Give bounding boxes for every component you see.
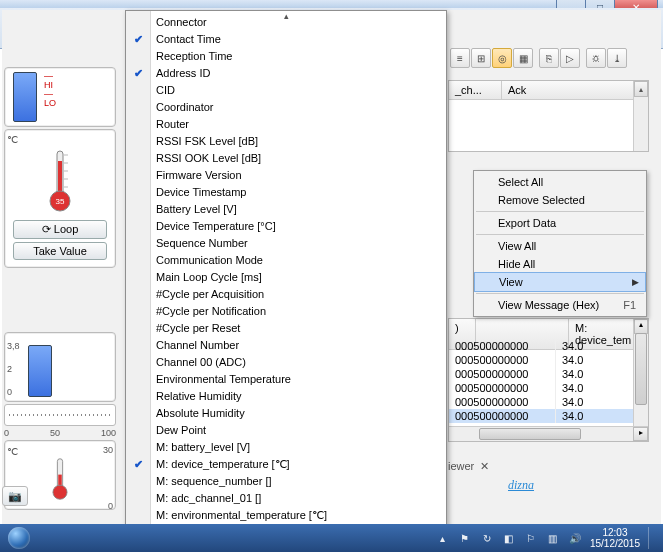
column-toggle-item[interactable]: ✔Address ID [126, 65, 446, 82]
item-label: Battery Level [V] [156, 203, 237, 215]
svg-text:35: 35 [56, 197, 65, 206]
item-label: Firmware Version [156, 169, 242, 181]
tray-network-icon[interactable]: ▥ [546, 531, 560, 545]
column-toggle-item[interactable]: #Cycle per Notification [126, 303, 446, 320]
context-menu: Select All Remove Selected Export Data V… [473, 170, 647, 317]
scrollbar-v[interactable]: ▴ [633, 319, 648, 427]
ctx-view-all[interactable]: View All [474, 237, 646, 255]
cell-temp: 34.0 [556, 395, 634, 409]
scroll-thumb[interactable] [635, 333, 647, 405]
tray-flag-icon[interactable]: ⚐ [524, 531, 538, 545]
camera-button[interactable]: 📷 [2, 486, 28, 506]
item-label: RSSI OOK Level [dB] [156, 152, 261, 164]
start-button[interactable] [0, 524, 38, 552]
viewer-tab[interactable]: iewer ✕ [448, 460, 489, 473]
tank-fill-2 [28, 345, 52, 397]
slider[interactable] [4, 404, 116, 426]
item-label: M: battery_level [V] [156, 441, 250, 453]
ctx-view-hex[interactable]: View Message (Hex)F1 [474, 296, 646, 314]
scroll-up-icon[interactable]: ▴ [634, 81, 648, 97]
column-toggle-item[interactable]: Relative Humidity [126, 388, 446, 405]
tool-copy-icon[interactable]: ⎘ [539, 48, 559, 68]
tray-volume-icon[interactable]: 🔊 [568, 531, 582, 545]
ctx-export[interactable]: Export Data [474, 214, 646, 232]
bar-gauge: 3,820 [4, 332, 116, 402]
loop-button[interactable]: ⟳ Loop [13, 220, 108, 239]
column-toggle-item[interactable]: Connector [126, 14, 446, 31]
table-row[interactable]: 00050000000034.0 [449, 395, 634, 409]
item-label: Reception Time [156, 50, 232, 62]
column-toggle-item[interactable]: M: sequence_number [] [126, 473, 446, 490]
item-label: Device Timestamp [156, 186, 246, 198]
ctx-view[interactable]: View▶ [474, 272, 646, 292]
slider-scale: 050100 [0, 428, 120, 438]
column-toggle-item[interactable]: #Cycle per Acquisition [126, 286, 446, 303]
column-toggle-item[interactable]: Sequence Number [126, 235, 446, 252]
column-toggle-item[interactable]: Device Temperature [°C] [126, 218, 446, 235]
take-value-button[interactable]: Take Value [13, 242, 108, 260]
table-row[interactable]: 00050000000034.0 [449, 339, 634, 353]
scroll-right-icon[interactable]: ▸ [633, 427, 648, 441]
column-toggle-item[interactable]: CID [126, 82, 446, 99]
item-label: Absolute Humidity [156, 407, 245, 419]
column-toggle-item[interactable]: ✔Contact Time [126, 31, 446, 48]
column-toggle-item[interactable]: M: environmental_temperature [℃] [126, 507, 446, 524]
column-toggle-item[interactable]: Firmware Version [126, 167, 446, 184]
column-toggle-item[interactable]: Communication Mode [126, 252, 446, 269]
item-label: #Cycle per Acquisition [156, 288, 264, 300]
tool-table-icon[interactable]: ▦ [513, 48, 533, 68]
column-toggle-item[interactable]: #Cycle per Reset [126, 320, 446, 337]
column-toggle-item[interactable]: RSSI OOK Level [dB] [126, 150, 446, 167]
item-label: CID [156, 84, 175, 96]
divider [476, 211, 644, 212]
table-row[interactable]: 00050000000034.0 [449, 353, 634, 367]
column-toggle-item[interactable]: M: adc_channel_01 [] [126, 490, 446, 507]
column-toggle-item[interactable]: Router [126, 116, 446, 133]
column-toggle-item[interactable]: Battery Level [V] [126, 201, 446, 218]
column-toggle-item[interactable]: Absolute Humidity [126, 405, 446, 422]
col-ch[interactable]: _ch... [449, 81, 502, 99]
check-icon: ✔ [131, 32, 145, 46]
tool-target-icon[interactable]: ◎ [492, 48, 512, 68]
close-icon[interactable]: ✕ [480, 460, 489, 472]
ctx-remove-selected[interactable]: Remove Selected [474, 191, 646, 209]
tray-app-icon[interactable]: ◧ [502, 531, 516, 545]
column-toggle-item[interactable]: ✔M: device_temperature [℃] [126, 456, 446, 473]
tool-grid-icon[interactable]: ⊞ [471, 48, 491, 68]
column-toggle-item[interactable]: Device Timestamp [126, 184, 446, 201]
ctx-hide-all[interactable]: Hide All [474, 255, 646, 273]
scrollbar-h[interactable]: ▸ [449, 426, 648, 441]
column-toggle-item[interactable]: Channel Number [126, 337, 446, 354]
column-toggle-item[interactable]: Environmental Temperature [126, 371, 446, 388]
scroll-thumb[interactable] [479, 428, 581, 440]
column-toggle-item[interactable]: Dew Point [126, 422, 446, 439]
column-toggle-item[interactable]: M: battery_level [V] [126, 439, 446, 456]
tray-up-icon[interactable]: ▴ [436, 531, 450, 545]
tool-settings-icon[interactable]: ⛭ [586, 48, 606, 68]
table-row[interactable]: 00050000000034.0 [449, 367, 634, 381]
view-columns-menu: ▴ Connector✔Contact TimeReception Time✔A… [125, 10, 447, 540]
ctx-select-all[interactable]: Select All [474, 173, 646, 191]
tool-list-icon[interactable]: ≡ [450, 48, 470, 68]
column-toggle-item[interactable]: Coordinator [126, 99, 446, 116]
tray-sync-icon[interactable]: ↻ [480, 531, 494, 545]
tool-down-icon[interactable]: ⤓ [607, 48, 627, 68]
column-toggle-item[interactable]: RSSI FSK Level [dB] [126, 133, 446, 150]
column-toggle-item[interactable]: Reception Time [126, 48, 446, 65]
column-toggle-item[interactable]: Channel 00 (ADC) [126, 354, 446, 371]
item-label: Address ID [156, 67, 210, 79]
column-toggle-item[interactable]: Main Loop Cycle [ms] [126, 269, 446, 286]
tray-action-icon[interactable]: ⚑ [458, 531, 472, 545]
clock[interactable]: 12:0315/12/2015 [590, 527, 640, 549]
table-header: _ch... Ack [449, 81, 648, 100]
divider [476, 293, 644, 294]
item-label: #Cycle per Notification [156, 305, 266, 317]
scroll-up-icon[interactable]: ▴ [634, 319, 648, 334]
table-row[interactable]: 00050000000034.0 [449, 409, 634, 423]
tool-play-icon[interactable]: ▷ [560, 48, 580, 68]
scrollbar[interactable]: ▴ [633, 81, 648, 151]
show-desktop[interactable] [648, 527, 657, 549]
svg-rect-1 [58, 161, 62, 195]
col-ack[interactable]: Ack [502, 81, 648, 99]
table-row[interactable]: 00050000000034.0 [449, 381, 634, 395]
